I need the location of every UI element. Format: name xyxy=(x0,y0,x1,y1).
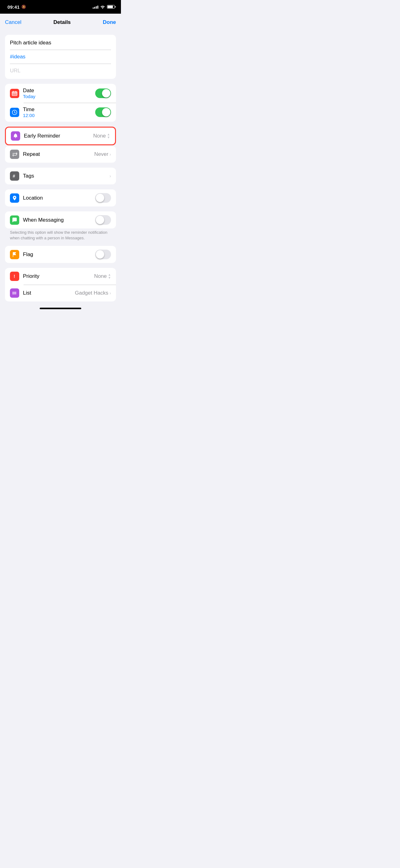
svg-rect-6 xyxy=(14,94,15,94)
early-reminder-card[interactable]: Early Reminder None ▲ ▼ xyxy=(5,127,116,145)
date-value: Today xyxy=(23,94,92,99)
messaging-section: When Messaging Selecting this option wil… xyxy=(5,211,116,241)
svg-rect-0 xyxy=(12,92,17,96)
flag-toggle[interactable] xyxy=(95,250,111,259)
priority-updown-icon: ▲ ▼ xyxy=(108,273,111,279)
messaging-row[interactable]: When Messaging xyxy=(5,211,116,228)
repeat-content: Repeat xyxy=(23,151,91,157)
location-toggle[interactable] xyxy=(95,193,111,203)
svg-rect-5 xyxy=(13,94,14,94)
tags-card[interactable]: # Tags › xyxy=(5,168,116,184)
repeat-value: Never › xyxy=(94,151,111,157)
priority-icon: ! xyxy=(10,272,19,281)
svg-rect-3 xyxy=(13,91,14,92)
location-card[interactable]: Location xyxy=(5,189,116,207)
date-label: Date xyxy=(23,88,92,94)
date-icon xyxy=(10,89,19,98)
priority-value: None ▲ ▼ xyxy=(94,273,111,279)
flag-icon xyxy=(10,250,19,259)
svg-point-13 xyxy=(14,197,15,198)
svg-point-16 xyxy=(13,292,14,293)
messaging-helper: Selecting this option will show the remi… xyxy=(5,228,116,241)
done-button[interactable]: Done xyxy=(103,19,116,26)
date-time-card: Date Today Time 12:00 xyxy=(5,84,116,122)
status-bar-right xyxy=(93,5,115,9)
time-row[interactable]: Time 12:00 xyxy=(5,103,116,122)
wifi-icon xyxy=(100,5,105,9)
early-reminder-row[interactable]: Early Reminder None ▲ ▼ xyxy=(6,128,115,144)
tags-chevron: › xyxy=(109,174,111,179)
time-display: 09:41 xyxy=(7,4,20,10)
task-url-input[interactable]: URL xyxy=(10,64,111,74)
early-reminder-content: Early Reminder xyxy=(24,133,89,139)
priority-content: Priority xyxy=(23,273,90,279)
list-value: Gadget Hacks › xyxy=(75,290,111,296)
location-row[interactable]: Location xyxy=(5,189,116,207)
messaging-label: When Messaging xyxy=(23,217,92,223)
svg-line-10 xyxy=(14,113,15,113)
tags-chevron-area: › xyxy=(109,174,111,179)
list-chevron: › xyxy=(109,290,111,296)
tags-content: Tags xyxy=(23,173,106,179)
signal-icon xyxy=(93,5,98,9)
flag-row[interactable]: Flag xyxy=(5,246,116,263)
tags-label: Tags xyxy=(23,173,106,179)
location-icon xyxy=(10,193,19,203)
cancel-button[interactable]: Cancel xyxy=(5,19,22,26)
time-label: Time xyxy=(23,106,92,113)
list-icon xyxy=(10,288,19,298)
svg-rect-7 xyxy=(15,94,16,94)
priority-row[interactable]: ! Priority None ▲ ▼ xyxy=(5,268,116,285)
task-card: Pitch article ideas #ideas URL xyxy=(5,35,116,79)
svg-point-17 xyxy=(13,293,14,294)
repeat-row[interactable]: Repeat Never › xyxy=(5,146,116,163)
mute-icon: 🔕 xyxy=(22,5,26,9)
priority-list-card: ! Priority None ▲ ▼ xyxy=(5,268,116,302)
tags-icon: # xyxy=(10,172,19,181)
page-title: Details xyxy=(53,19,71,26)
list-row[interactable]: List Gadget Hacks › xyxy=(5,285,116,302)
messaging-content: When Messaging xyxy=(23,217,92,223)
location-label: Location xyxy=(23,195,92,201)
time-toggle[interactable] xyxy=(95,107,111,117)
task-tag[interactable]: #ideas xyxy=(10,50,111,64)
early-reminder-label: Early Reminder xyxy=(24,133,89,139)
early-reminder-icon xyxy=(11,131,20,141)
tags-row[interactable]: # Tags › xyxy=(5,168,116,184)
time-content: Time 12:00 xyxy=(23,106,92,118)
svg-rect-4 xyxy=(15,91,16,92)
date-content: Date Today xyxy=(23,88,92,99)
updown-icon: ▲ ▼ xyxy=(107,133,110,139)
status-bar: 09:41 🔕 xyxy=(0,0,121,14)
date-row[interactable]: Date Today xyxy=(5,84,116,103)
flag-content: Flag xyxy=(23,251,92,258)
nav-bar: Cancel Details Done xyxy=(0,14,121,31)
svg-text:#: # xyxy=(13,174,15,179)
list-content: List xyxy=(23,290,71,296)
messaging-toggle[interactable] xyxy=(95,215,111,225)
content-area: Pitch article ideas #ideas URL Date xyxy=(0,31,121,305)
messaging-icon xyxy=(10,215,19,225)
date-toggle[interactable] xyxy=(95,89,111,98)
repeat-icon xyxy=(10,150,19,159)
time-icon xyxy=(10,108,19,117)
messaging-card[interactable]: When Messaging xyxy=(5,211,116,228)
time-value: 12:00 xyxy=(23,113,92,118)
svg-point-18 xyxy=(13,294,14,294)
repeat-label: Repeat xyxy=(23,151,91,157)
svg-text:!: ! xyxy=(14,274,15,279)
status-bar-left: 09:41 🔕 xyxy=(7,4,26,10)
early-reminder-value: None ▲ ▼ xyxy=(93,133,110,139)
svg-rect-2 xyxy=(12,93,17,93)
home-indicator xyxy=(0,305,121,310)
battery-icon xyxy=(107,5,115,9)
flag-card[interactable]: Flag xyxy=(5,246,116,263)
repeat-card[interactable]: Repeat Never › xyxy=(5,146,116,163)
priority-label: Priority xyxy=(23,273,90,279)
list-label: List xyxy=(23,290,71,296)
repeat-chevron: › xyxy=(109,152,111,157)
task-title[interactable]: Pitch article ideas xyxy=(10,40,111,50)
location-content: Location xyxy=(23,195,92,201)
flag-label: Flag xyxy=(23,251,92,258)
